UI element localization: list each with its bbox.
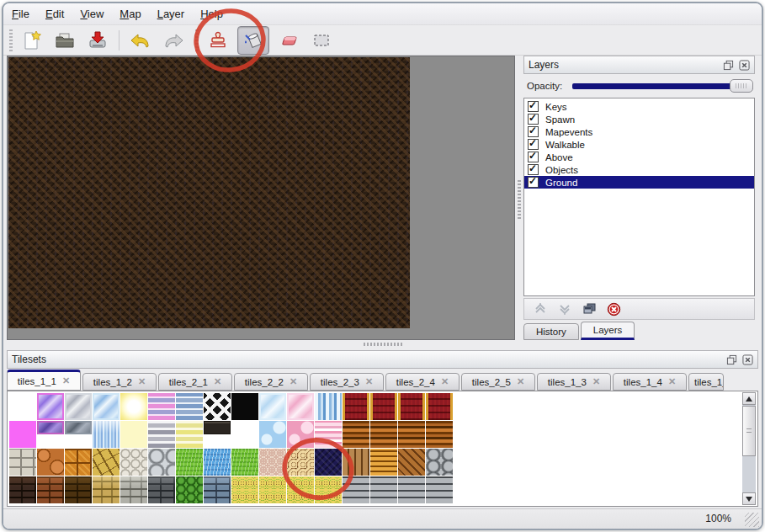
tile-water-texture[interactable] (204, 449, 231, 476)
layer-row-above[interactable]: Above (524, 151, 754, 163)
tile-cobble-orange[interactable] (37, 449, 64, 476)
tile-brick-brown[interactable] (37, 476, 64, 503)
tileset-tab-tiles_1_1[interactable]: tiles_1_1✕ (7, 370, 81, 391)
tileset-tab-tiles_1[interactable]: tiles_1_ (688, 373, 724, 391)
layer-visibility-checkbox[interactable] (528, 139, 539, 150)
move-layer-up-button[interactable] (533, 301, 548, 317)
tile-plank-gray[interactable] (398, 476, 425, 503)
tile-grass[interactable] (231, 449, 258, 476)
tile-wood-banded[interactable] (398, 421, 425, 448)
tile-herringbone[interactable] (398, 449, 425, 476)
tileset-tab-tiles_1_4[interactable]: tiles_1_4✕ (613, 373, 687, 391)
float-panel-icon[interactable] (726, 354, 737, 365)
tile-stripes-paleyellow[interactable] (176, 421, 203, 448)
tile-glass-gray-dark[interactable] (65, 421, 92, 434)
layer-visibility-checkbox[interactable] (528, 101, 539, 112)
map-canvas[interactable] (7, 56, 515, 340)
tile-wall-tan[interactable] (93, 476, 120, 503)
close-tab-icon[interactable]: ✕ (214, 377, 221, 386)
eraser-tool-button[interactable] (275, 27, 302, 54)
tile-glass-purple-dark[interactable] (37, 421, 64, 434)
tile-tiles-orange[interactable] (65, 449, 92, 476)
tileset-tab-tiles_1_3[interactable]: tiles_1_3✕ (537, 373, 611, 391)
tab-history[interactable]: History (523, 323, 579, 340)
close-tab-icon[interactable]: ✕ (62, 376, 70, 386)
tile-floral-brown[interactable] (287, 449, 314, 476)
tile-navy-blue[interactable] (315, 449, 342, 476)
tile-plank-gray[interactable] (343, 476, 369, 503)
tile-stripes-pink[interactable] (148, 393, 175, 420)
save-button[interactable] (84, 27, 111, 54)
tile-hedge[interactable] (176, 476, 203, 503)
layer-visibility-checkbox[interactable] (528, 177, 539, 188)
tile-wall-red-ornate[interactable] (398, 393, 425, 420)
redo-button[interactable] (160, 27, 187, 54)
tile-magenta[interactable] (9, 421, 36, 448)
move-layer-down-button[interactable] (557, 301, 572, 317)
duplicate-layer-button[interactable] (582, 301, 597, 317)
tile-plank-gray[interactable] (426, 476, 453, 503)
new-document-button[interactable] (19, 27, 45, 54)
tile-water-streaks[interactable] (93, 421, 120, 448)
menu-map[interactable]: Map (120, 8, 141, 20)
tileset-tab-tiles_2_3[interactable]: tiles_2_3✕ (310, 373, 384, 391)
tile-garden-row[interactable] (259, 476, 286, 503)
tile-pebbles-gray[interactable] (120, 449, 147, 476)
layer-row-spawn[interactable]: Spawn (524, 113, 754, 125)
tile-waves-blue[interactable] (315, 393, 342, 420)
opacity-slider-track[interactable] (572, 83, 753, 89)
close-panel-icon[interactable] (742, 354, 753, 365)
tile-glass-pink[interactable] (287, 393, 314, 420)
tile-stripes-pink-light[interactable] (315, 421, 342, 448)
tile-stones-gray[interactable] (148, 449, 175, 476)
tileset-tab-tiles_2_2[interactable]: tiles_2_2✕ (234, 373, 308, 391)
tile-dots-cream[interactable] (259, 449, 286, 476)
close-tab-icon[interactable]: ✕ (138, 377, 146, 386)
close-panel-icon[interactable] (739, 60, 750, 71)
tile-wall-red-ornate[interactable] (343, 393, 369, 420)
tile-brick-dark[interactable] (9, 476, 36, 503)
tile-water-pink[interactable] (287, 421, 314, 448)
tile-stripes-blue[interactable] (176, 393, 203, 420)
menu-help[interactable]: Help (200, 8, 223, 20)
layer-visibility-checkbox[interactable] (528, 126, 539, 137)
tile-black[interactable] (231, 393, 258, 420)
toolbar-drag-handle[interactable] (9, 29, 13, 51)
tile-stones-yellow[interactable] (93, 449, 120, 476)
close-tab-icon[interactable]: ✕ (441, 377, 449, 386)
layer-row-mapevents[interactable]: Mapevents (524, 125, 754, 138)
open-button[interactable] (51, 27, 78, 54)
tile-wall-red-ornate[interactable] (370, 393, 397, 420)
close-tab-icon[interactable]: ✕ (592, 377, 600, 386)
tile-grass[interactable] (176, 449, 203, 476)
scrollbar-thumb[interactable] (742, 406, 756, 456)
layer-row-objects[interactable]: Objects (524, 163, 754, 176)
tile-glass-gray[interactable] (65, 393, 92, 420)
tile-plank-gray[interactable] (370, 476, 397, 503)
layer-row-ground[interactable]: Ground (524, 176, 754, 189)
close-tab-icon[interactable]: ✕ (517, 377, 524, 386)
float-panel-icon[interactable] (723, 60, 734, 71)
tile-stripes-gray[interactable] (148, 421, 175, 448)
tile-glow-yellow[interactable] (120, 393, 147, 420)
tileset-tab-tiles_2_5[interactable]: tiles_2_5✕ (461, 373, 535, 391)
fill-bucket-tool-button[interactable] (237, 26, 269, 55)
resize-grip[interactable] (745, 513, 759, 527)
layer-row-keys[interactable]: Keys (524, 100, 754, 113)
palette-scrollbar[interactable] (742, 392, 756, 505)
tileset-tab-tiles_1_2[interactable]: tiles_1_2✕ (82, 373, 157, 391)
tile-wood-banded[interactable] (343, 421, 369, 448)
close-tab-icon[interactable]: ✕ (668, 377, 676, 386)
close-tab-icon[interactable]: ✕ (365, 377, 373, 386)
tile-garden-row[interactable] (231, 476, 258, 503)
tileset-tab-tiles_2_1[interactable]: tiles_2_1✕ (158, 373, 232, 391)
rectangle-select-tool-button[interactable] (308, 27, 335, 54)
tile-glass-lightblue[interactable] (259, 393, 286, 420)
tile-pale-yellow[interactable] (120, 421, 147, 448)
tile-wall-graystone[interactable] (120, 476, 147, 503)
layer-row-walkable[interactable]: Walkable (524, 138, 754, 151)
menu-view[interactable]: View (80, 8, 104, 20)
scroll-down-button[interactable] (742, 492, 756, 505)
menu-edit[interactable]: Edit (45, 8, 64, 20)
tile-shelf-dark[interactable] (204, 421, 231, 434)
